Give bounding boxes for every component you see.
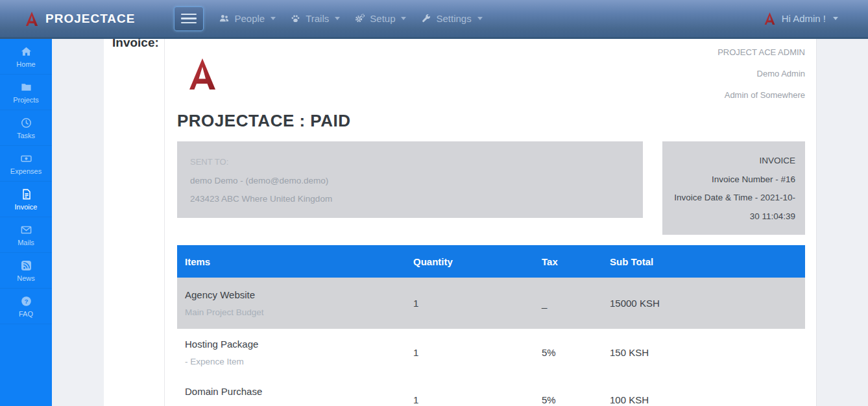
caret-down-icon (271, 17, 276, 20)
brand[interactable]: PROJECTACE (25, 11, 135, 27)
envelope-icon (20, 224, 32, 236)
nav-item-label: Setup (370, 13, 395, 24)
nav-item-trails[interactable]: Trails (283, 7, 347, 30)
sent-to-recipient: demo Demo - (demo@demo.demo) (190, 172, 630, 191)
nav-item-label: Settings (436, 13, 471, 24)
company-line: Admin of Somewhere (218, 84, 805, 106)
invoice-meta-box: INVOICE Invoice Number - #16 Invoice Dat… (662, 141, 805, 235)
sidebar-item-label: Home (16, 60, 35, 68)
tax-cell: _ (542, 298, 610, 309)
header-cell-items: Items (177, 256, 413, 267)
invoice-meta-heading: INVOICE (672, 152, 795, 171)
sidebar-item-label: Projects (13, 96, 39, 104)
sidebar-item-label: Mails (18, 239, 34, 246)
folder-icon (20, 81, 32, 93)
nav-item-setup[interactable]: Setup (347, 7, 413, 30)
hamburger-button[interactable] (174, 6, 204, 31)
invoice-datetime: Invoice Date & Time - 2021-10-30 11:04:3… (672, 189, 795, 226)
item-subtitle: - Expence Item (185, 403, 413, 406)
item-cell: Domain Purchase - Expence Item (177, 385, 413, 406)
quantity-cell: 1 (413, 394, 542, 405)
invoice-icon (20, 188, 32, 200)
people-icon (219, 13, 230, 24)
item-cell: Hosting Package - Expence Item (177, 338, 413, 368)
bars-icon (181, 14, 197, 16)
paw-icon (290, 13, 301, 24)
sidebar-item-tasks[interactable]: Tasks (0, 110, 52, 146)
company-line: Demo Admin (218, 63, 805, 84)
rss-icon (20, 259, 32, 272)
sidebar-item-expenses[interactable]: Expenses (0, 146, 52, 182)
brand-title: PROJECTACE (45, 12, 135, 26)
table-header-row: Items Quantity Tax Sub Total (177, 245, 805, 278)
caret-down-icon (833, 17, 838, 20)
sidebar-item-news[interactable]: News (0, 253, 52, 289)
nav-item-people[interactable]: People (211, 7, 283, 30)
sent-to-box: SENT TO: demo Demo - (demo@demo.demo) 24… (177, 141, 643, 218)
home-icon (20, 45, 32, 58)
caret-down-icon (401, 17, 406, 20)
sidebar-item-label: Expenses (10, 167, 42, 175)
table-row: Agency Website Main Project Budget 1 _ 1… (177, 278, 805, 329)
sidebar-item-label: Invoice (15, 203, 38, 211)
sidebar-item-home[interactable]: Home (0, 39, 52, 75)
quantity-cell: 1 (413, 298, 542, 309)
table-row: Hosting Package - Expence Item 1 5% 150 … (177, 329, 805, 376)
projectace-logo-icon (764, 12, 776, 25)
caret-down-icon (477, 17, 483, 20)
cogs-icon (354, 13, 365, 24)
nav-item-settings[interactable]: Settings (413, 7, 489, 30)
item-name: Agency Website (185, 289, 413, 302)
projectace-logo-icon (25, 11, 39, 27)
invoice-info-row: SENT TO: demo Demo - (demo@demo.demo) 24… (177, 141, 805, 235)
subtotal-cell: 150 KSH (610, 347, 805, 358)
quantity-cell: 1 (413, 347, 542, 358)
top-navbar: PROJECTACE People Trails (0, 0, 868, 39)
tax-cell: 5% (542, 394, 610, 405)
header-cell-quantity: Quantity (413, 256, 542, 267)
sent-to-address: 243423 ABC Where United Kingdom (190, 190, 630, 209)
sent-to-label: SENT TO: (190, 153, 630, 172)
invoice-table: Items Quantity Tax Sub Total Agency Webs… (177, 245, 805, 406)
table-row: Domain Purchase - Expence Item 1 5% 100 … (177, 376, 805, 406)
invoice-title: PROJECTACE : PAID (177, 112, 805, 130)
company-info: PROJECT ACE ADMIN Demo Admin Admin of So… (218, 42, 805, 106)
item-name: Hosting Package (185, 338, 413, 351)
caret-down-icon (335, 17, 340, 20)
sidebar-item-faq[interactable]: FAQ (0, 289, 52, 324)
user-menu[interactable]: Hi Admin ! (764, 12, 838, 25)
header-cell-subtotal: Sub Total (610, 256, 805, 267)
company-line: PROJECT ACE ADMIN (218, 42, 805, 63)
app-window: PROJECTACE People Trails (0, 0, 868, 406)
sidebar-item-label: Tasks (17, 132, 35, 139)
sidebar-item-label: News (17, 274, 35, 282)
wrench-icon (420, 13, 431, 24)
nav-menu: People Trails Setup Settings (211, 7, 489, 30)
tax-cell: 5% (542, 347, 610, 358)
subtotal-cell: 15000 KSH (610, 298, 805, 309)
header-cell-tax: Tax (542, 256, 610, 267)
question-icon (20, 295, 32, 307)
user-label: Hi Admin ! (782, 13, 826, 24)
sidebar-item-projects[interactable]: Projects (0, 75, 52, 110)
money-icon (20, 152, 32, 165)
sidebar-item-label: FAQ (19, 310, 33, 318)
sidebar-item-invoice[interactable]: Invoice (0, 182, 52, 217)
invoice-logo-icon (187, 57, 218, 91)
item-cell: Agency Website Main Project Budget (177, 289, 413, 318)
invoice-card: PROJECT ACE ADMIN Demo Admin Admin of So… (164, 39, 816, 406)
nav-item-label: Trails (306, 13, 329, 24)
content-panel: Invoice: PROJECT ACE ADMIN Demo Admin Ad… (104, 39, 817, 406)
item-subtitle: - Expence Item (185, 356, 413, 368)
item-subtitle: Main Project Budget (185, 307, 413, 318)
sidebar-item-mails[interactable]: Mails (0, 217, 52, 253)
subtotal-cell: 100 KSH (610, 394, 805, 405)
invoice-number: Invoice Number - #16 (672, 171, 795, 189)
left-sidebar: Home Projects Tasks Expenses Invoice (0, 39, 52, 406)
clock-icon (20, 117, 32, 129)
item-name: Domain Purchase (185, 385, 413, 398)
invoice-header: PROJECT ACE ADMIN Demo Admin Admin of So… (177, 39, 805, 106)
nav-item-label: People (234, 13, 265, 24)
